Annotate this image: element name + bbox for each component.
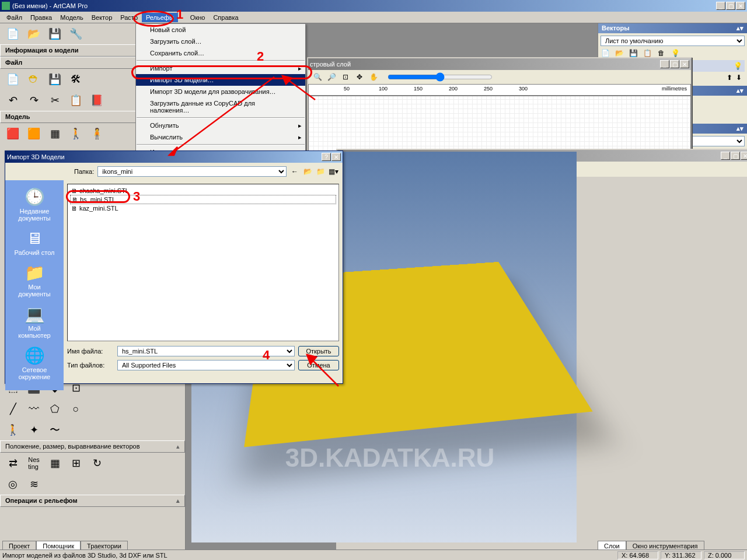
file-item-selected[interactable]: 🗎hs_mini.STL <box>70 195 336 204</box>
helmet-icon[interactable]: ⛑ <box>26 71 42 88</box>
open-layer-icon[interactable]: 📂 <box>615 48 624 58</box>
circle-icon[interactable]: ○ <box>68 401 84 417</box>
redo-icon[interactable]: ↷ <box>26 92 42 108</box>
zoom-in-icon[interactable]: 🔍 <box>313 72 322 82</box>
figure2-icon[interactable]: 🧍 <box>89 125 105 142</box>
nest-icon[interactable]: Nesting <box>26 455 42 471</box>
texture2-icon[interactable]: 🟧 <box>26 125 42 142</box>
folder-combo[interactable]: ikons_mini <box>97 166 287 177</box>
mi-import-3d-unwrap[interactable]: Импорт 3D модели для разворачивания… <box>136 86 305 97</box>
mi-load-copycad[interactable]: Загрузить данные из CopyCAD для наложени… <box>136 97 305 116</box>
save-layer-icon[interactable]: 💾 <box>629 48 638 58</box>
close-button[interactable]: ✕ <box>736 2 745 10</box>
filename-input[interactable]: hs_mini.STL <box>117 346 295 356</box>
mi-import-3d-model[interactable]: Импорт 3D Модели… <box>136 74 305 86</box>
mi-save-layer[interactable]: Сохранить слой… <box>136 47 305 59</box>
minimize-button[interactable]: _ <box>716 2 725 10</box>
checker-icon[interactable]: ▦ <box>47 125 63 142</box>
hand-icon[interactable]: ✋ <box>369 72 378 82</box>
grid-icon[interactable]: ▦ <box>47 455 63 471</box>
menu-window[interactable]: Окно <box>186 13 210 22</box>
place-computer[interactable]: 💻Мой компьютер <box>11 302 58 341</box>
menu-hidden[interactable] <box>178 16 186 19</box>
wrench-icon[interactable]: 🛠 <box>68 71 84 88</box>
undo-icon[interactable]: ↶ <box>5 92 21 108</box>
wave-icon[interactable]: 〜 <box>47 422 63 438</box>
new-file-icon[interactable]: 📄 <box>5 26 21 42</box>
menu-raster[interactable]: Растр <box>116 13 142 22</box>
views-icon[interactable]: ▦▾ <box>329 167 338 176</box>
down-icon[interactable]: ⬇ <box>734 73 743 82</box>
mdi-close-button[interactable]: ✕ <box>680 60 689 68</box>
mi-new-layer[interactable]: Новый слой <box>136 24 305 36</box>
cut-icon[interactable]: ✂ <box>47 92 63 108</box>
up-folder-icon[interactable]: 📂 <box>303 167 312 176</box>
zoom-out-icon[interactable]: 🔎 <box>327 72 336 82</box>
menu-model[interactable]: Модель <box>56 13 87 22</box>
mi-zero[interactable]: Обнулить <box>136 120 305 131</box>
copy-icon[interactable]: 📋 <box>68 92 84 108</box>
star-icon[interactable]: ✦ <box>26 422 42 438</box>
menu-separator <box>137 117 305 118</box>
zoom-slider[interactable] <box>388 72 493 82</box>
mdi-min-button[interactable]: _ <box>660 60 669 68</box>
place-documents[interactable]: 📁Мои документы <box>11 261 58 300</box>
place-recent[interactable]: 🕒Недавние документы <box>11 185 58 224</box>
relief-ops-header[interactable]: Операции с рельефом <box>0 495 185 507</box>
tool-icon[interactable]: 🔧 <box>68 26 84 42</box>
menu-edit[interactable]: Правка <box>26 13 56 22</box>
align-icon[interactable]: ⇄ <box>5 455 21 471</box>
mi-calculate[interactable]: Вычислить <box>136 131 305 143</box>
layer-tool-icon[interactable]: 📋 <box>643 48 652 58</box>
open-button[interactable]: Открыть <box>298 346 339 356</box>
vector-position-header[interactable]: Положение, размер, выравнивание векторов <box>0 440 185 453</box>
save-icon[interactable]: 💾 <box>47 71 63 88</box>
new-layer-icon[interactable]: 📄 <box>601 48 610 58</box>
menu-reliefs[interactable]: Рельефы <box>142 13 178 22</box>
file-icon: 🗎 <box>71 205 78 212</box>
menu-vector[interactable]: Вектор <box>88 13 117 22</box>
filetype-combo[interactable]: All Supported Files <box>117 360 295 370</box>
place-desktop[interactable]: 🖥Рабочий стол <box>11 226 58 258</box>
dialog-help-button[interactable]: ? <box>322 153 331 161</box>
paste-icon[interactable]: 📕 <box>89 92 105 108</box>
v3d-max-button[interactable]: ▢ <box>731 152 740 160</box>
zoom-fit-icon[interactable]: ⊡ <box>341 72 350 82</box>
mi-load-layer[interactable]: Загрузить слой… <box>136 36 305 47</box>
dialog-close-button[interactable]: ✕ <box>331 153 341 161</box>
menu-separator <box>137 144 305 145</box>
man-icon[interactable]: 🚶 <box>5 422 21 438</box>
open-icon[interactable]: 📂 <box>26 26 42 42</box>
pattern-icon[interactable]: ≋ <box>26 476 42 492</box>
curve-icon[interactable]: 〰 <box>26 401 42 417</box>
poly-icon[interactable]: ⬠ <box>47 401 63 417</box>
file-item[interactable]: 🗎chasha_mini.STL <box>70 187 336 195</box>
new-folder-icon[interactable]: 📁 <box>316 167 325 176</box>
maximize-button[interactable]: ▢ <box>726 2 735 10</box>
v3d-min-button[interactable]: _ <box>721 152 730 160</box>
back-icon[interactable]: ← <box>290 167 299 176</box>
offset-icon[interactable]: ◎ <box>5 476 21 492</box>
layer-del-icon[interactable]: 🗑 <box>657 48 666 58</box>
up-icon[interactable]: ⬆ <box>725 73 734 82</box>
layout-icon[interactable]: ⊞ <box>68 455 84 471</box>
file-item[interactable]: 🗎kaz_mini.STL <box>70 204 336 212</box>
line-icon[interactable]: ╱ <box>5 401 21 417</box>
vectors-sheet-combo[interactable]: Лист по умолчанию <box>601 36 745 46</box>
cancel-button[interactable]: Отмена <box>298 360 339 370</box>
save-icon[interactable]: 💾 <box>47 26 63 42</box>
new-icon[interactable]: 📄 <box>5 71 21 88</box>
mdi-max-button[interactable]: ▢ <box>670 60 679 68</box>
texture-icon[interactable]: 🟥 <box>5 125 21 142</box>
menu-file[interactable]: Файл <box>2 13 26 22</box>
bulb-icon[interactable]: 💡 <box>671 48 680 58</box>
menu-help[interactable]: Справка <box>209 13 242 22</box>
visible-icon[interactable]: 💡 <box>733 61 742 71</box>
v3d-close-button[interactable]: ✕ <box>741 152 747 160</box>
file-list[interactable]: 🗎chasha_mini.STL 🗎hs_mini.STL 🗎kaz_mini.… <box>67 184 339 341</box>
pan-icon[interactable]: ✥ <box>355 72 364 82</box>
place-network[interactable]: 🌐Сетевое окружение <box>11 344 58 383</box>
figure-icon[interactable]: 🚶 <box>68 125 84 142</box>
mi-import[interactable]: Импорт <box>136 62 305 74</box>
rotate-icon[interactable]: ↻ <box>89 455 105 471</box>
